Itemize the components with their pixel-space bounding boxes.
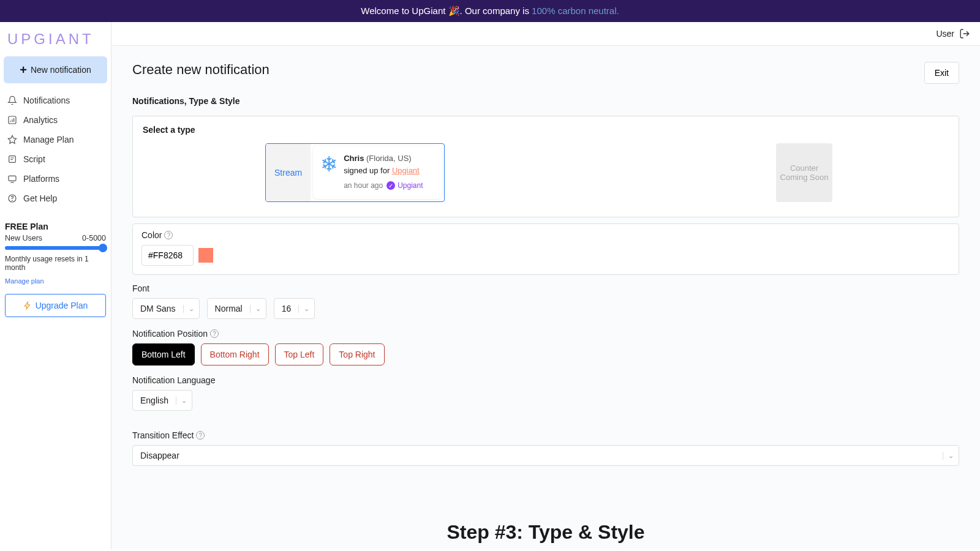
- plus-icon: +: [20, 64, 27, 76]
- script-icon: [7, 154, 17, 164]
- language-select[interactable]: English⌄: [132, 390, 192, 411]
- transition-label: Transition Effect: [132, 430, 194, 440]
- type-card-stream[interactable]: Stream ❄ Chris (Florida, US) signed up f…: [265, 143, 445, 202]
- font-weight-select[interactable]: Normal⌄: [207, 298, 266, 319]
- color-label: Color: [141, 230, 162, 240]
- manage-plan-link[interactable]: Manage plan: [5, 277, 44, 285]
- upgrade-plan-button[interactable]: Upgrade Plan: [5, 294, 106, 317]
- help-icon: [7, 193, 17, 203]
- transition-select[interactable]: Disappear⌄: [132, 445, 959, 466]
- sidebar-item-analytics[interactable]: Analytics: [4, 110, 107, 130]
- color-hex-input[interactable]: [141, 245, 194, 266]
- select-type-label: Select a type: [143, 125, 949, 135]
- plan-note: Monthly usage resets in 1 month: [5, 255, 106, 272]
- preview-brand-link[interactable]: Upgiant: [392, 166, 420, 175]
- chevron-down-icon: ⌄: [943, 452, 959, 460]
- content: Create new notification Exit Notificatio…: [111, 46, 980, 550]
- plan-title: FREE Plan: [5, 222, 106, 231]
- notification-preview: ❄ Chris (Florida, US) signed up for Upgi…: [313, 146, 442, 199]
- svg-rect-1: [9, 156, 16, 163]
- sidebar-item-get-help[interactable]: Get Help: [4, 189, 107, 208]
- bolt-icon: [23, 301, 32, 310]
- main: User Create new notification Exit Notifi…: [111, 22, 980, 550]
- help-tooltip-icon[interactable]: ?: [210, 329, 219, 338]
- type-selector-box: Select a type Stream ❄ Chris (Florida, U…: [132, 116, 959, 217]
- sidebar: UPGIANT + New notification Notifications…: [0, 22, 111, 550]
- language-label: Notification Language: [132, 375, 959, 385]
- logo: UPGIANT: [4, 29, 107, 56]
- position-top-right[interactable]: Top Right: [330, 343, 384, 365]
- platforms-icon: [7, 174, 17, 184]
- svg-rect-2: [9, 176, 16, 181]
- user-label: User: [936, 29, 954, 39]
- position-bottom-right[interactable]: Bottom Right: [201, 343, 269, 365]
- section-title: Notifications, Type & Style: [132, 96, 959, 106]
- sidebar-item-notifications[interactable]: Notifications: [4, 91, 107, 110]
- font-family-select[interactable]: DM Sans⌄: [132, 298, 200, 319]
- chevron-down-icon: ⌄: [298, 305, 314, 313]
- star-icon: [7, 135, 17, 144]
- slider-thumb[interactable]: [99, 244, 107, 252]
- stream-tab: Stream: [266, 144, 311, 201]
- banner-text: Welcome to UpGiant 🎉. Our company is: [361, 6, 532, 16]
- sidebar-item-manage-plan[interactable]: Manage Plan: [4, 130, 107, 149]
- snowflake-icon: ❄: [320, 154, 337, 174]
- position-bottom-left[interactable]: Bottom Left: [132, 343, 195, 365]
- exit-button[interactable]: Exit: [924, 62, 959, 84]
- usage-slider[interactable]: [5, 246, 106, 250]
- color-box: Color?: [132, 223, 959, 275]
- sidebar-item-script[interactable]: Script: [4, 149, 107, 169]
- top-banner: Welcome to UpGiant 🎉. Our company is 100…: [0, 0, 980, 22]
- help-tooltip-icon[interactable]: ?: [164, 231, 173, 239]
- step-overlay: Step #3: Type & Style: [447, 521, 644, 544]
- font-size-select[interactable]: 16⌄: [274, 298, 315, 319]
- topbar: User: [111, 22, 980, 46]
- font-label: Font: [132, 283, 959, 293]
- position-label: Notification Position: [132, 329, 208, 339]
- chevron-down-icon: ⌄: [176, 397, 192, 405]
- type-card-counter: Counter Coming Soon: [776, 143, 832, 202]
- plan-box: FREE Plan New Users 0-5000 Monthly usage…: [4, 219, 107, 320]
- page-title: Create new notification: [132, 62, 270, 78]
- color-swatch[interactable]: [198, 248, 213, 263]
- svg-point-4: [12, 200, 13, 201]
- position-top-left[interactable]: Top Left: [275, 343, 324, 365]
- chevron-down-icon: ⌄: [183, 305, 199, 313]
- bell-icon: [7, 96, 17, 105]
- help-tooltip-icon[interactable]: ?: [196, 431, 205, 440]
- new-notification-label: New notification: [31, 65, 91, 75]
- banner-link[interactable]: 100% carbon neutral.: [532, 6, 619, 16]
- new-notification-button[interactable]: + New notification: [4, 56, 107, 83]
- chart-icon: [7, 115, 17, 125]
- verified-badge: ✓Upgiant: [386, 180, 423, 191]
- plan-usage-row: New Users 0-5000: [5, 234, 106, 242]
- chevron-down-icon: ⌄: [250, 305, 266, 313]
- logout-icon[interactable]: [959, 28, 970, 39]
- sidebar-item-platforms[interactable]: Platforms: [4, 169, 107, 189]
